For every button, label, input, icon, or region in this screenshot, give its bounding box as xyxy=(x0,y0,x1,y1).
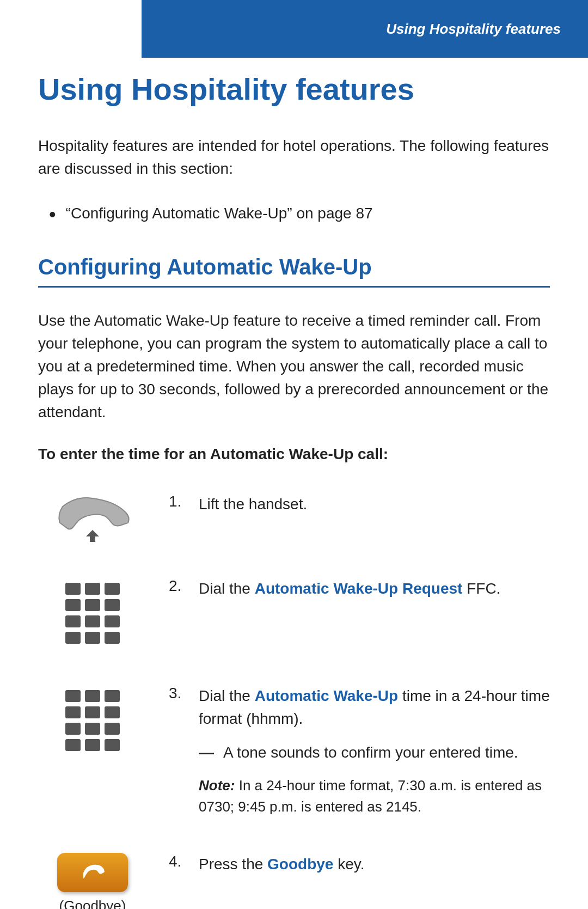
key xyxy=(105,706,120,718)
key xyxy=(105,723,120,735)
main-content: Using Hospitality features Hospitality f… xyxy=(0,0,588,909)
step-1-icon xyxy=(38,490,147,542)
step-1-content: 1. Lift the handset. xyxy=(169,490,550,516)
key xyxy=(65,723,81,735)
step-4-number: 4. xyxy=(169,853,188,870)
key xyxy=(105,690,120,702)
key xyxy=(105,599,120,611)
step-4-icon: (Goodbye) xyxy=(38,850,147,909)
key xyxy=(105,615,120,627)
goodbye-key-wrapper: (Goodbye) xyxy=(57,853,128,909)
note-box: Note: In a 24-hour time format, 7:30 a.m… xyxy=(199,775,550,818)
step-2-text-before: Dial the xyxy=(199,580,255,597)
step-3-link: Automatic Wake-Up xyxy=(255,687,398,704)
goodbye-label: (Goodbye) xyxy=(59,898,126,909)
section-description: Use the Automatic Wake-Up feature to rec… xyxy=(38,309,550,424)
step-3-row: 3. Dial the Automatic Wake-Up time in a … xyxy=(38,682,550,818)
key xyxy=(85,599,100,611)
step-2-row: 2. Dial the Automatic Wake-Up Request FF… xyxy=(38,575,550,649)
key xyxy=(65,632,81,644)
bullet-text: “Configuring Automatic Wake-Up” on page … xyxy=(66,202,373,225)
bullet-dot: • xyxy=(49,202,56,228)
step-1-number: 1. xyxy=(169,493,188,510)
key xyxy=(65,599,81,611)
bullet-list: • “Configuring Automatic Wake-Up” on pag… xyxy=(38,202,550,228)
step-1-row: 1. Lift the handset. xyxy=(38,490,550,542)
key xyxy=(105,632,120,644)
key xyxy=(65,615,81,627)
header-bar: Using Hospitality features xyxy=(142,0,588,58)
step-2-icon xyxy=(38,575,147,649)
section-heading: Configuring Automatic Wake-Up xyxy=(38,255,550,288)
step-4-text-before: Press the xyxy=(199,856,267,873)
note-label: Note: xyxy=(199,777,235,794)
key xyxy=(65,739,81,751)
key xyxy=(65,583,81,595)
step-4-row: (Goodbye) 4. Press the Goodbye key. xyxy=(38,850,550,909)
sub-items: — A tone sounds to confirm your entered … xyxy=(199,741,550,764)
intro-paragraph: Hospitality features are intended for ho… xyxy=(38,135,550,180)
step-3-icon xyxy=(38,682,147,757)
step-3-content: 3. Dial the Automatic Wake-Up time in a … xyxy=(169,682,550,818)
sub-dash: — xyxy=(199,741,215,764)
procedure-heading: To enter the time for an Automatic Wake-… xyxy=(38,446,550,463)
note-text: In a 24-hour time format, 7:30 a.m. is e… xyxy=(199,777,542,815)
key xyxy=(65,706,81,718)
handset-svg xyxy=(49,493,136,542)
key xyxy=(105,739,120,751)
step-3-number: 3. xyxy=(169,685,188,702)
step-2-text: Dial the Automatic Wake-Up Request FFC. xyxy=(199,577,550,600)
step-4-text-after: key. xyxy=(333,856,364,873)
step-2-text-after: FFC. xyxy=(462,580,500,597)
list-item: • “Configuring Automatic Wake-Up” on pag… xyxy=(49,202,550,228)
step-3-text: Dial the Automatic Wake-Up time in a 24-… xyxy=(199,685,550,818)
sub-item-text: A tone sounds to confirm your entered ti… xyxy=(223,741,518,764)
key xyxy=(85,632,100,644)
goodbye-key xyxy=(57,853,128,892)
step-2-link: Automatic Wake-Up Request xyxy=(255,580,463,597)
key xyxy=(105,583,120,595)
key xyxy=(85,690,100,702)
key xyxy=(85,583,100,595)
keypad-grid-3 xyxy=(60,685,125,757)
step-4-text: Press the Goodbye key. xyxy=(199,853,550,876)
step-2-number: 2. xyxy=(169,577,188,595)
page-title: Using Hospitality features xyxy=(38,71,550,107)
key xyxy=(65,690,81,702)
sub-item-1: — A tone sounds to confirm your entered … xyxy=(199,741,550,764)
key xyxy=(85,615,100,627)
step-2-content: 2. Dial the Automatic Wake-Up Request FF… xyxy=(169,575,550,600)
steps-container: 1. Lift the handset. xyxy=(38,490,550,909)
svg-marker-0 xyxy=(86,530,99,542)
header-bar-title: Using Hospitality features xyxy=(386,21,561,38)
step-4-link: Goodbye xyxy=(267,856,333,873)
goodbye-key-svg xyxy=(79,862,106,883)
step-3-text-before: Dial the xyxy=(199,687,255,704)
step-4-content: 4. Press the Goodbye key. xyxy=(169,850,550,876)
step-1-text: Lift the handset. xyxy=(199,493,550,516)
key xyxy=(85,739,100,751)
keypad-grid-2 xyxy=(60,577,125,649)
key xyxy=(85,723,100,735)
key xyxy=(85,706,100,718)
